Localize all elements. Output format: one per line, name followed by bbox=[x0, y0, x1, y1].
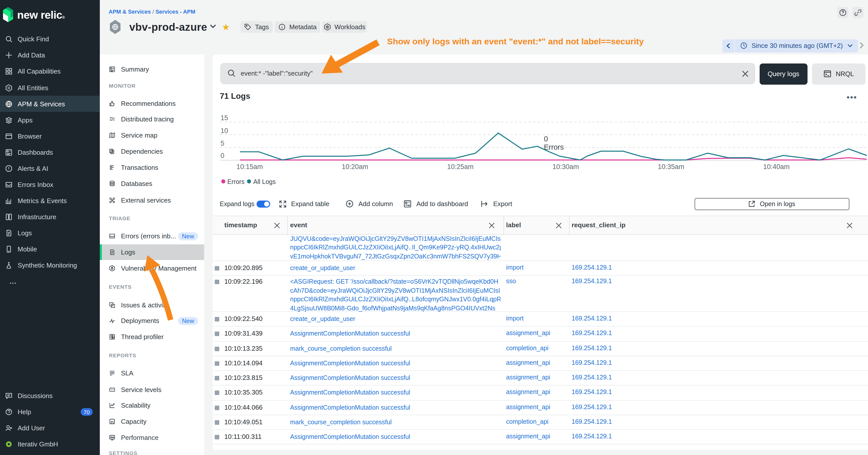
svg-text:Errors: Errors bbox=[544, 143, 563, 151]
svg-text:10:30am: 10:30am bbox=[552, 163, 579, 170]
svg-text:10:25am: 10:25am bbox=[447, 163, 473, 170]
svg-text:0: 0 bbox=[544, 134, 548, 142]
svg-text:10:15am: 10:15am bbox=[236, 163, 262, 170]
svg-text:10:35am: 10:35am bbox=[657, 163, 684, 170]
svg-text:0: 0 bbox=[220, 152, 224, 159]
svg-text:15: 15 bbox=[220, 114, 228, 122]
svg-text:10:20am: 10:20am bbox=[341, 163, 368, 170]
svg-text:10: 10 bbox=[220, 127, 228, 134]
svg-text:5: 5 bbox=[220, 139, 224, 147]
svg-text:10:40am: 10:40am bbox=[763, 163, 789, 170]
svg-text:new relic®: new relic® bbox=[17, 9, 65, 21]
